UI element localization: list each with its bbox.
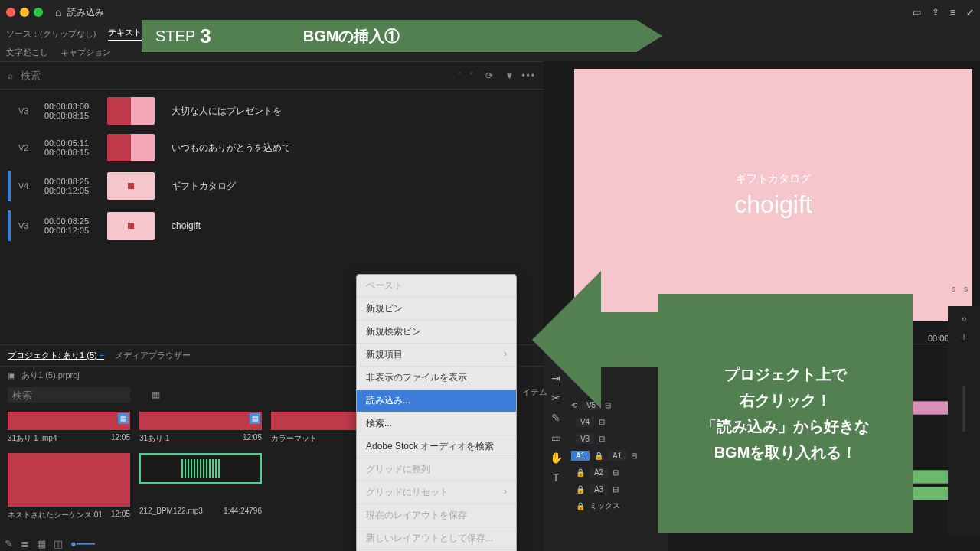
project-item[interactable]: ネストされたシーケンス 0112:05 xyxy=(8,453,130,520)
badge-icon: ▤ xyxy=(118,413,129,424)
text-item[interactable]: V2 00:00:05:1100:00:08:15 いつものありがとうを込めて xyxy=(0,129,544,166)
lock-icon[interactable]: 🔒 xyxy=(576,502,585,510)
project-search[interactable] xyxy=(8,387,130,403)
waveform-icon xyxy=(181,459,220,478)
minimize-window[interactable] xyxy=(20,8,29,17)
rect-tool[interactable]: ▭ xyxy=(551,432,561,444)
chevron-up-icon[interactable]: ˄ xyxy=(458,71,462,80)
callout-line: 「読み込み」から好きな xyxy=(701,413,870,439)
item-duration: 12:05 xyxy=(243,433,262,444)
chevron-down-icon[interactable]: ˅ xyxy=(469,71,473,80)
tab-transcribe[interactable]: 文字起こし xyxy=(6,47,48,58)
toggle-icon[interactable]: ⊟ xyxy=(612,468,619,477)
context-menu-item: 新しいレイアウトとして保存... xyxy=(357,527,516,550)
close-window[interactable] xyxy=(6,8,15,17)
zoom-slider[interactable]: ●━━━ xyxy=(70,538,95,549)
project-footer: ✎ ≣ ▦ ◫ ●━━━ xyxy=(5,538,95,549)
lock-icon[interactable]: 🔒 xyxy=(576,485,585,494)
refresh-icon[interactable]: ⟳ xyxy=(485,70,493,81)
context-menu-item[interactable]: 非表示のファイルを表示 xyxy=(357,367,516,390)
timecode-out: 00:00:12:05 xyxy=(44,226,100,235)
items-label: イテム xyxy=(522,386,547,398)
tab-project[interactable]: プロジェクト: あり1 (5) ≡ xyxy=(8,350,104,361)
share-icon[interactable]: ⇪ xyxy=(932,7,939,18)
item-name: 212_BPM122.mp3 xyxy=(139,507,203,515)
sync-icon[interactable]: ⟲ xyxy=(571,401,577,409)
timecode-in: 00:00:03:00 xyxy=(44,102,100,111)
step-title: BGMの挿入① xyxy=(303,26,400,47)
context-menu-item: 現在のレイアウトを保存 xyxy=(357,504,516,527)
ripple-tool[interactable]: ⇥ xyxy=(551,372,560,384)
pen-icon[interactable]: ✎ xyxy=(5,538,13,549)
project-item[interactable]: 212_BPM122.mp31:44:24796 xyxy=(139,453,262,520)
context-menu: ペースト新規ビン新規検索ビン新規項目非表示のファイルを表示読み込み...検索..… xyxy=(356,274,517,551)
track-label: V3 xyxy=(18,221,37,230)
context-menu-item[interactable]: 新規検索ビン xyxy=(357,321,516,344)
menu-icon[interactable]: ≡ xyxy=(950,7,956,18)
maximize-window[interactable] xyxy=(34,8,43,17)
context-menu-item: グリッドにリセット xyxy=(357,481,516,504)
toggle-icon[interactable]: ⊟ xyxy=(599,435,605,443)
lock-icon[interactable]: 🔒 xyxy=(594,452,603,460)
search-input[interactable] xyxy=(21,70,450,81)
context-menu-item[interactable]: 新規項目 xyxy=(357,344,516,367)
thumbnail xyxy=(107,212,155,240)
step-number: 3 xyxy=(200,24,211,48)
hand-tool[interactable]: ✋ xyxy=(550,452,563,464)
window-controls xyxy=(6,8,43,17)
fullscreen-icon[interactable]: ⤢ xyxy=(966,7,974,18)
more-icon[interactable]: ••• xyxy=(521,70,536,81)
timecode-out: 00:00:08:15 xyxy=(44,111,100,120)
source-label: ソース：(クリップなし) xyxy=(6,28,96,40)
toggle-icon[interactable]: ⊟ xyxy=(612,485,619,494)
text-item[interactable]: V4 00:00:08:2500:00:12:05 ギフトカタログ xyxy=(0,166,544,206)
active-bar xyxy=(8,210,11,241)
pen-tool[interactable]: ✎ xyxy=(551,412,560,424)
search-icon[interactable]: ⌕ xyxy=(8,70,13,81)
context-menu-item[interactable]: Adobe Stock オーディオを検索 xyxy=(357,435,516,458)
camera-icon[interactable]: ▦ xyxy=(152,390,160,400)
toggle-icon[interactable]: ⊟ xyxy=(599,418,605,426)
lock-icon[interactable]: 🔒 xyxy=(576,468,585,477)
workspace-icon[interactable]: ▭ xyxy=(913,7,921,18)
toggle-icon[interactable]: ⊟ xyxy=(605,401,611,409)
plus-icon[interactable]: + xyxy=(961,331,967,343)
context-menu-item: ペースト xyxy=(357,275,516,298)
list-view-icon[interactable]: ≣ xyxy=(21,538,29,549)
caption-text: 大切な人にはプレゼントを xyxy=(172,105,282,118)
ss-label: s s xyxy=(952,285,971,293)
thumbnail xyxy=(107,97,155,125)
context-menu-item[interactable]: 検索... xyxy=(357,412,516,435)
toggle-icon[interactable]: ⊟ xyxy=(631,452,637,460)
project-item[interactable]: ▤ 31あり 112:05 xyxy=(139,412,262,444)
context-menu-item[interactable]: 読み込み... xyxy=(357,390,516,412)
active-bar xyxy=(8,171,11,201)
item-name: 31あり 1 xyxy=(139,433,169,444)
project-thumbnail: ▤ xyxy=(8,412,130,430)
chevron-right-icon[interactable]: » xyxy=(961,312,967,324)
project-filename: あり1 (5).prproj xyxy=(21,370,80,381)
freeform-icon[interactable]: ◫ xyxy=(54,538,63,549)
timecode-out: 00:00:08:15 xyxy=(44,148,100,157)
tab-text[interactable]: テキスト xyxy=(108,27,142,41)
tab-media-browser[interactable]: メディアブラウザー xyxy=(115,350,191,361)
item-name: カラーマット xyxy=(271,433,317,444)
filter-icon[interactable]: ▼ xyxy=(505,70,514,81)
home-icon[interactable]: ⌂ xyxy=(55,6,61,18)
context-menu-item[interactable]: 新規ビン xyxy=(357,298,516,321)
razor-tool[interactable]: ✂ xyxy=(551,392,560,404)
audio-thumbnail xyxy=(139,453,262,484)
project-thumbnail xyxy=(8,453,130,507)
text-item[interactable]: V3 00:00:03:0000:00:08:15 大切な人にはプレゼントを xyxy=(0,93,544,129)
text-item[interactable]: V3 00:00:08:2500:00:12:05 choigift xyxy=(0,206,544,246)
item-duration: 1:44:24796 xyxy=(224,507,262,515)
step-banner: STEP 3 BGMの挿入① xyxy=(142,20,662,52)
track-label: V3 xyxy=(18,106,37,116)
track-label: V2 xyxy=(18,143,37,152)
track-label: V4 xyxy=(18,181,37,191)
type-tool[interactable]: T xyxy=(553,471,560,484)
project-item[interactable]: ▤ 31あり 1 .mp412:05 xyxy=(8,412,130,444)
tab-caption[interactable]: キャプション xyxy=(60,47,111,58)
grid-view-icon[interactable]: ▦ xyxy=(37,538,46,549)
caption-text: choigift xyxy=(172,220,201,231)
